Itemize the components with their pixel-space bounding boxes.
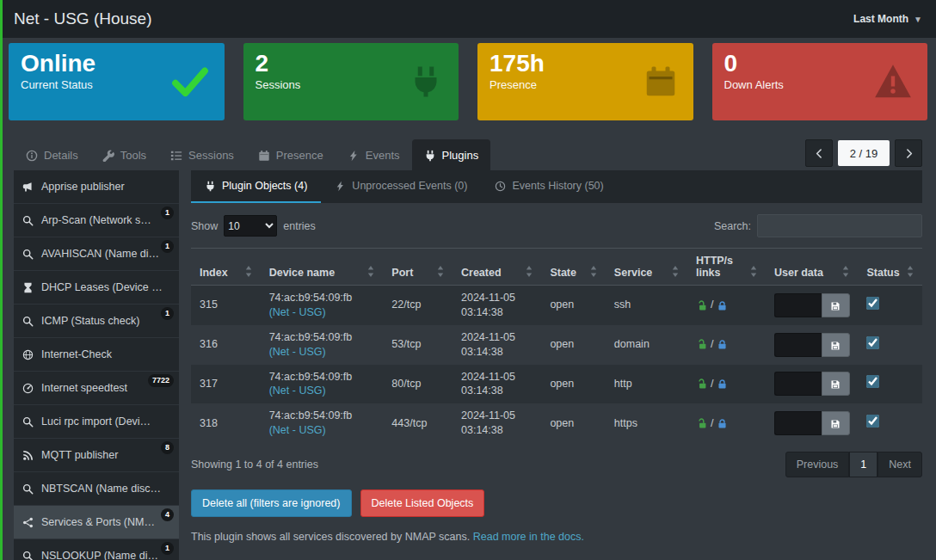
tab-unprocessed-events[interactable]: Unprocessed Events (0) — [321, 170, 481, 203]
docs-link[interactable]: Read more in the docs. — [473, 531, 584, 543]
tab-label: Unprocessed Events (0) — [352, 180, 467, 192]
cell-status — [858, 365, 922, 404]
magnifier-icon — [22, 214, 34, 226]
sidebar-item-nslookup[interactable]: NSLOOKUP (Name di…1 — [14, 539, 179, 560]
created-date: 2024-11-05 — [461, 370, 533, 385]
save-user-data-button[interactable] — [822, 411, 850, 435]
status-checkbox[interactable] — [866, 336, 879, 349]
cell-created: 2024-11-0503:14:38 — [453, 286, 541, 325]
sidebar-item-luci-rpc-import[interactable]: Luci rpc import (Devi… — [14, 405, 179, 439]
plug-icon — [424, 148, 436, 162]
https-link-lock-icon[interactable] — [717, 337, 728, 352]
sidebar-item-label: Internet speedtest — [41, 382, 127, 394]
http-link-unlock-icon[interactable] — [696, 337, 707, 352]
col-device-name[interactable]: Device name — [261, 249, 384, 286]
calendar-icon — [644, 65, 678, 99]
delete-listed-button[interactable]: Delete Listed Objects — [360, 489, 485, 517]
https-link-lock-icon[interactable] — [717, 377, 728, 391]
period-selector[interactable]: Last Month ▼ — [853, 13, 922, 25]
slash-separator: / — [711, 416, 713, 431]
user-data-input[interactable] — [774, 411, 822, 435]
sidebar-item-services-ports[interactable]: Services & Ports (NM…4 — [14, 506, 179, 539]
column-label: Created — [461, 267, 502, 279]
http-link-unlock-icon[interactable] — [696, 377, 707, 391]
tab-presence[interactable]: Presence — [246, 139, 336, 170]
table-row: 315 74:ac:b9:54:09:fb(Net - USG) 22/tcp … — [191, 286, 922, 325]
sidebar-item-internet-speedtest[interactable]: Internet speedtest7722 — [14, 372, 179, 405]
http-link-unlock-icon[interactable] — [696, 298, 707, 312]
col-created[interactable]: Created — [453, 249, 541, 286]
tab-plugin-objects[interactable]: Plugin Objects (4) — [191, 170, 321, 203]
tab-plugins[interactable]: Plugins — [412, 139, 491, 170]
cell-state: open — [541, 403, 605, 443]
col-service[interactable]: Service — [606, 249, 687, 286]
wrench-icon — [102, 148, 114, 162]
cell-port: 443/tcp — [383, 403, 453, 443]
status-checkbox[interactable] — [866, 375, 879, 388]
device-link[interactable]: (Net - USG) — [269, 424, 326, 436]
status-checkbox[interactable] — [866, 297, 879, 310]
device-link[interactable]: (Net - USG) — [269, 385, 326, 397]
http-link-unlock-icon[interactable] — [696, 416, 707, 431]
tab-events[interactable]: Events — [336, 139, 412, 170]
https-link-lock-icon[interactable] — [717, 416, 728, 431]
cell-state: open — [541, 325, 605, 365]
sidebar-item-dhcp-leases[interactable]: DHCP Leases (Device … — [14, 271, 179, 305]
showing-entries-text: Showing 1 to 4 of 4 entries — [191, 458, 318, 471]
sidebar-item-internet-check[interactable]: Internet-Check — [14, 338, 179, 372]
col-https-links[interactable]: HTTP/s links — [687, 249, 766, 286]
created-time: 03:14:38 — [461, 305, 533, 320]
column-label: Device name — [269, 267, 335, 279]
save-user-data-button[interactable] — [822, 372, 850, 396]
previous-page-button[interactable]: Previous — [785, 452, 850, 477]
device-link[interactable]: (Net - USG) — [269, 306, 326, 318]
tab-events-history[interactable]: Events History (50) — [481, 170, 617, 203]
user-data-input[interactable] — [774, 372, 822, 396]
sidebar-item-apprise-publisher[interactable]: Apprise publisher — [14, 170, 179, 204]
tab-sessions[interactable]: Sessions — [158, 139, 246, 170]
cell-links: / — [687, 365, 766, 404]
per-page-select[interactable]: 10 — [224, 215, 277, 237]
next-device-button[interactable] — [895, 139, 922, 167]
https-link-lock-icon[interactable] — [717, 298, 728, 312]
col-state[interactable]: State — [541, 249, 605, 286]
col-index[interactable]: Index — [191, 249, 261, 286]
col-status[interactable]: Status — [858, 249, 922, 286]
sidebar-item-mqtt-publisher[interactable]: MQTT publisher8 — [14, 439, 179, 472]
status-checkbox[interactable] — [866, 415, 879, 428]
delete-all-button[interactable]: Delete all (filters are ignored) — [191, 489, 352, 517]
cell-links: / — [687, 286, 766, 325]
sidebar-item-nbtscan[interactable]: NBTSCAN (Name disc… — [14, 472, 179, 506]
card-presence: 175h Presence — [477, 43, 693, 120]
tab-details[interactable]: Details — [14, 139, 90, 170]
save-user-data-button[interactable] — [822, 293, 850, 317]
user-data-input[interactable] — [774, 293, 822, 317]
slash-separator: / — [711, 377, 713, 391]
sidebar-item-arp-scan[interactable]: Arp-Scan (Network s…1 — [14, 204, 179, 237]
plugin-sidebar: Apprise publisher Arp-Scan (Network s…1 … — [14, 170, 179, 560]
cell-created: 2024-11-0503:14:38 — [453, 365, 541, 404]
sidebar-item-avahiscan[interactable]: AVAHISCAN (Name di…1 — [14, 237, 179, 271]
save-user-data-button[interactable] — [822, 333, 850, 357]
user-data-input[interactable] — [774, 333, 822, 357]
sidebar-item-label: ICMP (Status check) — [41, 315, 139, 327]
next-page-button[interactable]: Next — [878, 452, 922, 477]
search-input[interactable] — [757, 214, 922, 237]
list-icon — [170, 148, 182, 162]
page-1-button[interactable]: 1 — [849, 452, 878, 477]
prev-device-button[interactable] — [805, 139, 833, 167]
device-link[interactable]: (Net - USG) — [269, 346, 326, 358]
col-port[interactable]: Port — [383, 249, 453, 286]
cell-status — [858, 286, 922, 325]
device-name: 74:ac:b9:54:09:fb — [269, 370, 375, 385]
magnifier-icon — [22, 550, 34, 560]
tab-tools[interactable]: Tools — [90, 139, 158, 170]
sidebar-item-icmp[interactable]: ICMP (Status check)1 — [14, 305, 179, 338]
sort-icon — [907, 265, 914, 277]
tab-label: Sessions — [188, 149, 234, 162]
sidebar-item-label: Luci rpc import (Devi… — [41, 415, 151, 428]
col-user-data[interactable]: User data — [766, 249, 859, 286]
cell-port: 53/tcp — [383, 325, 453, 365]
check-icon — [171, 63, 209, 101]
created-time: 03:14:38 — [461, 384, 533, 398]
